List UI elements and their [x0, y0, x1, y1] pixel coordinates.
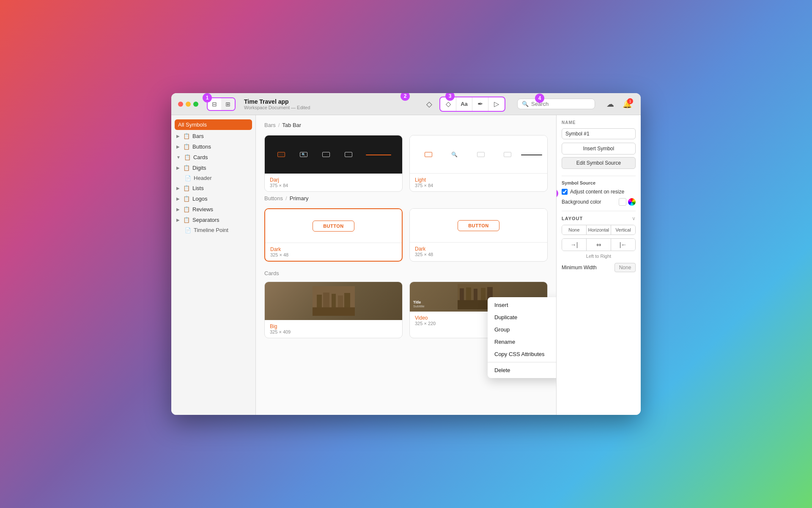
color-swatch-group: [619, 198, 636, 206]
light-tab-underline: [521, 155, 542, 155]
context-menu-insert[interactable]: Insert: [488, 299, 556, 311]
sidebar-item-cards[interactable]: ▼ 📋 Cards: [171, 152, 255, 163]
minimize-button[interactable]: [186, 102, 191, 107]
sidebar-icon-logos: 📋: [183, 196, 190, 202]
card-preview-big: [265, 282, 402, 320]
symbol-card-darj[interactable]: 🔍 Darj: [264, 135, 403, 192]
all-symbols-label: All Symbols: [178, 121, 207, 128]
context-menu-delete[interactable]: Delete: [488, 364, 556, 376]
min-width-value: None: [614, 263, 636, 272]
layout-chevron-icon: ∨: [632, 215, 636, 221]
sidebar-item-reviews[interactable]: ▶ 📋 Reviews: [171, 204, 255, 215]
symbol-name-input[interactable]: [562, 128, 636, 139]
layout-none-btn[interactable]: None: [562, 225, 587, 235]
breadcrumb-current-primary: Primary: [290, 195, 309, 202]
maximize-button[interactable]: [193, 102, 198, 107]
pen-tool-btn[interactable]: ✒: [472, 97, 488, 111]
sidebar-label-bars: Bars: [192, 133, 204, 139]
panel-name-label: NAME: [562, 120, 636, 125]
symbol-preview-button2: BUTTON: [410, 209, 547, 243]
symbol-size-button2: 325 × 48: [415, 252, 542, 257]
layout-horizontal-btn[interactable]: Horizontal: [587, 225, 612, 235]
context-menu-copy-css[interactable]: Copy CSS Attributes: [488, 348, 556, 360]
arrow-left-btn[interactable]: →|: [562, 239, 587, 251]
sidebar-label-separators: Separators: [192, 217, 219, 223]
arrow-right-btn[interactable]: |←: [611, 239, 635, 251]
symbol-info-dark: Dark 325 × 48: [265, 243, 402, 261]
close-button[interactable]: [178, 102, 183, 107]
symbol-name-light: Light: [415, 177, 542, 183]
sidebar-item-separators[interactable]: ▶ 📋 Separators: [171, 215, 255, 225]
color-picker-icon[interactable]: [628, 198, 636, 206]
sidebar-label-lists: Lists: [192, 185, 204, 191]
arrow-center-btn[interactable]: ⇔: [587, 239, 611, 251]
annotation-badge-6: 6: [556, 189, 558, 198]
buttons-grid: BUTTON Dark 325 × 48 BUTTON: [264, 208, 548, 262]
background-color-row: Background color: [562, 198, 636, 206]
sidebar-label-header: Header: [194, 175, 212, 181]
chevron-icon: ▶: [176, 207, 180, 212]
bell-icon-btn[interactable]: 🔔 1: [620, 97, 634, 111]
chevron-icon-cards: ▼: [176, 155, 181, 160]
search-box: 🔍: [517, 99, 595, 109]
adjust-content-checkbox[interactable]: [562, 189, 568, 195]
cloud-icon-btn[interactable]: ☁: [604, 97, 617, 111]
color-swatch[interactable]: [619, 198, 626, 206]
sidebar-icon-reviews: 📋: [183, 206, 190, 213]
adjust-content-row: Adjust content on resize: [562, 189, 636, 195]
sidebar-item-lists[interactable]: ▶ 📋 Lists: [171, 183, 255, 193]
light-tab-icon-1: [425, 152, 432, 157]
tab-shape: [345, 152, 352, 157]
button-preview-element2: BUTTON: [458, 220, 499, 231]
light-tab-shape-active: [425, 152, 432, 157]
adjust-content-label: Adjust content on resize: [570, 189, 624, 195]
main-area: All Symbols ▶ 📋 Bars ▶ 📋 Buttons ▼ 📋 Car…: [171, 115, 641, 415]
breadcrumb-parent-bars: Bars: [264, 122, 276, 128]
insert-symbol-button[interactable]: Insert Symbol: [562, 143, 636, 155]
layout-arrows-group: →| ⇔ |←: [562, 238, 636, 251]
layout-vertical-btn[interactable]: Vertical: [611, 225, 635, 235]
sidebar-child-timeline[interactable]: 📄 Timeline Point: [171, 225, 255, 235]
content-area: Bars / Tab Bar 🔍: [256, 115, 556, 415]
context-menu-group[interactable]: Group: [488, 323, 556, 336]
sidebar-item-buttons[interactable]: ▶ 📋 Buttons: [171, 141, 255, 152]
panel-divider-2: [562, 211, 636, 211]
symbol-card-big[interactable]: Big 325 × 409: [264, 282, 403, 338]
chevron-icon: ▶: [176, 166, 180, 170]
context-menu-duplicate[interactable]: Duplicate: [488, 311, 556, 323]
diamond-icon-btn[interactable]: ◇: [422, 97, 436, 111]
symbol-info-light: Light 375 × 84: [410, 174, 547, 191]
min-width-label: Minimum Width: [562, 265, 597, 271]
symbol-card-button-2[interactable]: BUTTON Dark 325 × 48: [409, 208, 548, 262]
window-title: Time Travel app: [244, 98, 310, 105]
sidebar-item-bars[interactable]: ▶ 📋 Bars: [171, 131, 255, 141]
breadcrumb-tabbar: Bars / Tab Bar: [264, 122, 548, 128]
tab-icon-2: 🔍: [299, 150, 309, 159]
symbol-size-darj: 375 × 84: [270, 183, 397, 188]
symbol-name-big: Big: [270, 323, 397, 329]
share-tool-btn[interactable]: ▷: [488, 97, 505, 111]
tab-bar-light-preview: 🔍: [415, 148, 521, 161]
sidebar-item-all-symbols[interactable]: All Symbols: [175, 119, 252, 130]
font-tool-btn[interactable]: Aa: [456, 97, 472, 111]
sidebar: All Symbols ▶ 📋 Bars ▶ 📋 Buttons ▼ 📋 Car…: [171, 115, 256, 415]
sidebar-child-header[interactable]: 📄 Header: [171, 173, 255, 183]
sidebar-label-cards: Cards: [193, 154, 208, 160]
background-color-label: Background color: [562, 199, 601, 205]
layout-header: LAYOUT ∨: [562, 215, 636, 221]
window-title-section: Time Travel app Workspace Document — Edi…: [244, 98, 310, 110]
sidebar-item-logos[interactable]: ▶ 📋 Logos: [171, 193, 255, 204]
symbol-size-dark: 325 × 48: [270, 252, 397, 257]
context-menu-rename[interactable]: Rename: [488, 336, 556, 348]
symbol-card-light[interactable]: 🔍 Light 375 × 84: [409, 135, 548, 192]
symbol-card-dark[interactable]: BUTTON Dark 325 × 48: [264, 208, 403, 262]
light-tab-icon-4: [504, 152, 511, 157]
sidebar-icon-separators: 📋: [183, 217, 190, 223]
grid-view-button[interactable]: ⊞: [221, 98, 235, 110]
symbol-info-button2: Dark 325 × 48: [410, 243, 547, 260]
tab-icon-4: [343, 150, 354, 159]
sidebar-icon-lists: 📋: [183, 185, 190, 191]
symbol-preview-dark-button: BUTTON: [265, 209, 402, 243]
sidebar-item-digits[interactable]: ▶ 📋 Digits: [171, 163, 255, 173]
edit-symbol-source-button[interactable]: Edit Symbol Source: [562, 157, 636, 169]
